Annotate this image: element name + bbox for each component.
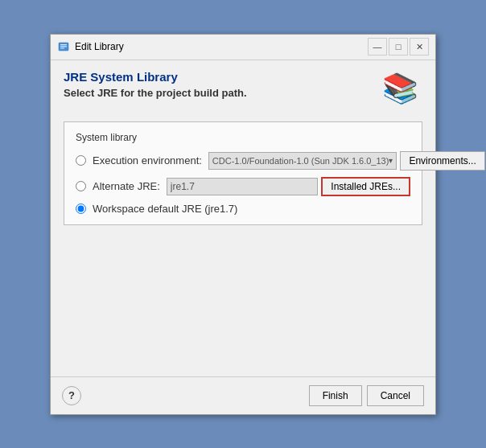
title-bar-left: Edit Library <box>57 40 124 53</box>
alternate-jre-input[interactable] <box>167 178 318 195</box>
edit-library-dialog: Edit Library — □ ✕ JRE System Library Se… <box>50 34 436 415</box>
svg-rect-2 <box>60 46 67 47</box>
app-icon <box>57 40 70 53</box>
execution-env-dropdown[interactable]: CDC-1.0/Foundation-1.0 (Sun JDK 1.6.0_13… <box>208 152 397 170</box>
environments-button[interactable]: Environments... <box>400 151 484 171</box>
svg-rect-1 <box>60 44 67 45</box>
maximize-button[interactable]: □ <box>389 38 408 55</box>
svg-rect-3 <box>60 47 64 48</box>
workspace-default-row: Workspace default JRE (jre1.7) <box>76 203 410 215</box>
workspace-default-label: Workspace default JRE (jre1.7) <box>93 203 237 215</box>
dropdown-arrow-icon: ▾ <box>389 156 393 165</box>
main-content: JRE System Library Select JRE for the pr… <box>51 60 435 376</box>
subtitle-prefix: Select JRE for the project <box>64 87 194 99</box>
jre-title: JRE System Library <box>64 70 381 84</box>
cancel-button[interactable]: Cancel <box>367 385 424 406</box>
execution-env-row: Execution environment: CDC-1.0/Foundatio… <box>76 151 410 171</box>
alternate-jre-label: Alternate JRE: <box>93 180 160 192</box>
header-icon <box>381 70 422 112</box>
footer: ? Finish Cancel <box>51 376 435 414</box>
close-button[interactable]: ✕ <box>410 38 429 55</box>
execution-env-label: Execution environment: <box>93 154 202 166</box>
header-text: JRE System Library Select JRE for the pr… <box>64 70 381 99</box>
alternate-jre-row: Alternate JRE: Installed JREs... <box>76 177 410 196</box>
books-icon <box>382 72 421 110</box>
system-library-group: System library Execution environment: CD… <box>64 121 422 225</box>
installed-jres-button[interactable]: Installed JREs... <box>321 177 410 196</box>
execution-env-value: CDC-1.0/Foundation-1.0 (Sun JDK 1.6.0_13… <box>212 156 389 166</box>
subtitle-bold: build path <box>194 87 244 99</box>
footer-actions: Finish Cancel <box>309 385 424 406</box>
help-button[interactable]: ? <box>62 386 81 405</box>
finish-button[interactable]: Finish <box>309 385 362 406</box>
alternate-jre-radio[interactable] <box>76 181 86 191</box>
group-label: System library <box>76 132 410 143</box>
execution-env-dropdown-container: CDC-1.0/Foundation-1.0 (Sun JDK 1.6.0_13… <box>208 151 485 171</box>
title-bar: Edit Library — □ ✕ <box>51 35 435 60</box>
window-controls: — □ ✕ <box>368 38 429 55</box>
empty-area <box>64 238 422 367</box>
execution-env-radio[interactable] <box>76 155 86 166</box>
subtitle-suffix: . <box>244 87 247 99</box>
alternate-jre-input-container: Installed JREs... <box>167 177 410 196</box>
window-title: Edit Library <box>75 41 124 52</box>
header-section: JRE System Library Select JRE for the pr… <box>64 70 422 112</box>
minimize-button[interactable]: — <box>368 38 387 55</box>
jre-subtitle: Select JRE for the project build path. <box>64 87 381 99</box>
workspace-default-radio[interactable] <box>76 203 86 214</box>
